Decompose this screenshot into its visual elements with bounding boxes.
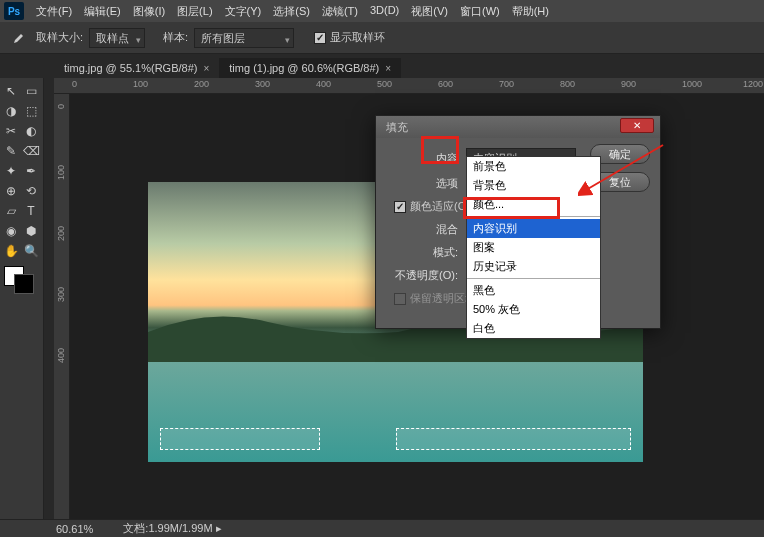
ruler-horizontal: 010020030040050060070080090010001200: [54, 78, 764, 94]
document-tabs: timg.jpg @ 55.1%(RGB/8#)×timg (1).jpg @ …: [0, 54, 764, 78]
tool-button[interactable]: ↖: [2, 82, 20, 100]
app-logo: Ps: [4, 2, 24, 20]
menu-item[interactable]: 选择(S): [267, 4, 316, 19]
show-ring-checkbox[interactable]: ✓显示取样环: [314, 30, 385, 45]
dropdown-option[interactable]: 前景色: [467, 157, 600, 176]
tab-close-icon[interactable]: ×: [203, 63, 209, 74]
menu-item[interactable]: 文件(F): [30, 4, 78, 19]
menu-item[interactable]: 图层(L): [171, 4, 218, 19]
menu-item[interactable]: 窗口(W): [454, 4, 506, 19]
selection-marquee-right[interactable]: [396, 428, 631, 450]
menu-item[interactable]: 文字(Y): [219, 4, 268, 19]
menu-bar: Ps 文件(F)编辑(E)图像(I)图层(L)文字(Y)选择(S)滤镜(T)3D…: [0, 0, 764, 22]
dialog-titlebar[interactable]: 填充 ✕: [376, 116, 660, 138]
tool-button[interactable]: ✎: [2, 142, 20, 160]
tool-button[interactable]: ✋: [2, 242, 20, 260]
dropdown-option[interactable]: 50% 灰色: [467, 300, 600, 319]
tool-button[interactable]: 🔍: [22, 242, 40, 260]
ruler-vertical: 0100200300400: [54, 94, 70, 519]
tool-button[interactable]: T: [22, 202, 40, 220]
tool-button[interactable]: ✦: [2, 162, 20, 180]
menu-item[interactable]: 帮助(H): [506, 4, 555, 19]
sample-size-label: 取样大小:: [36, 30, 83, 45]
tool-button[interactable]: ✒: [22, 162, 40, 180]
options-bar: 取样大小: 取样点 样本: 所有图层 ✓显示取样环: [0, 22, 764, 54]
blend-group-label: 混合: [386, 222, 466, 237]
tool-button[interactable]: ⬚: [22, 102, 40, 120]
content-label: 内容: [386, 151, 466, 166]
tool-panel: ↖▭◑⬚✂◐✎⌫✦✒⊕⟲▱T◉⬢✋🔍: [0, 78, 44, 519]
tool-button[interactable]: ◐: [22, 122, 40, 140]
status-bar: 60.61% 文档:1.99M/1.99M ▸: [0, 519, 764, 537]
tool-button[interactable]: ▱: [2, 202, 20, 220]
sample-label: 样本:: [163, 30, 188, 45]
dropdown-option[interactable]: 白色: [467, 319, 600, 338]
zoom-level[interactable]: 60.61%: [56, 523, 93, 535]
menu-item[interactable]: 视图(V): [405, 4, 454, 19]
tool-button[interactable]: ✂: [2, 122, 20, 140]
tool-button[interactable]: ⬢: [22, 222, 40, 240]
dropdown-option[interactable]: 黑色: [467, 281, 600, 300]
tool-button[interactable]: ⌫: [22, 142, 40, 160]
menu-item[interactable]: 编辑(E): [78, 4, 127, 19]
tab-close-icon[interactable]: ×: [385, 63, 391, 74]
sample-size-select[interactable]: 取样点: [89, 28, 145, 48]
selection-marquee-left[interactable]: [160, 428, 320, 450]
dropdown-option[interactable]: 图案: [467, 238, 600, 257]
dropdown-option[interactable]: 背景色: [467, 176, 600, 195]
document-tab[interactable]: timg (1).jpg @ 60.6%(RGB/8#)×: [219, 58, 401, 78]
document-tab[interactable]: timg.jpg @ 55.1%(RGB/8#)×: [54, 58, 219, 78]
close-button[interactable]: ✕: [620, 118, 654, 133]
tool-button[interactable]: ⟲: [22, 182, 40, 200]
eyedropper-icon[interactable]: [6, 26, 30, 50]
dropdown-option[interactable]: 历史记录: [467, 257, 600, 276]
tool-button[interactable]: ◑: [2, 102, 20, 120]
opacity-label: 不透明度(O):: [386, 268, 466, 283]
sample-layer-select[interactable]: 所有图层: [194, 28, 294, 48]
menu-item[interactable]: 3D(D): [364, 4, 405, 19]
menu-item[interactable]: 滤镜(T): [316, 4, 364, 19]
mode-label: 模式:: [386, 245, 466, 260]
tool-button[interactable]: ◉: [2, 222, 20, 240]
doc-info: 文档:1.99M/1.99M ▸: [123, 521, 221, 536]
dropdown-option[interactable]: 颜色...: [467, 195, 600, 214]
tool-button[interactable]: ▭: [22, 82, 40, 100]
menu-item[interactable]: 图像(I): [127, 4, 171, 19]
content-dropdown[interactable]: 前景色背景色颜色...内容识别图案历史记录黑色50% 灰色白色: [466, 156, 601, 339]
color-swatches[interactable]: [2, 266, 36, 294]
dropdown-option[interactable]: 内容识别: [467, 219, 600, 238]
options-group-label: 选项: [386, 176, 466, 191]
tool-button[interactable]: ⊕: [2, 182, 20, 200]
